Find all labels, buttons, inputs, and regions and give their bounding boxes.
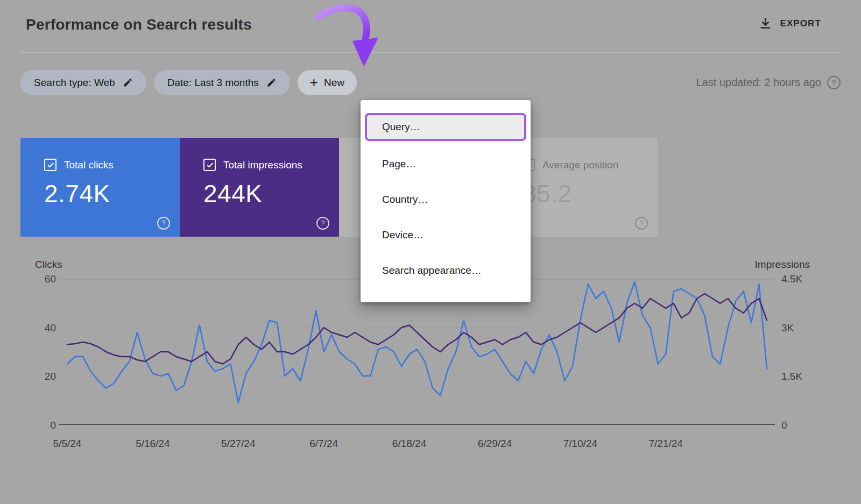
metric-value: 35.2 [523, 179, 647, 208]
search-type-filter-chip[interactable]: Search type: Web [20, 70, 146, 95]
x-tick-label: 6/18/24 [392, 438, 426, 450]
metric-label: Total clicks [64, 159, 114, 171]
metric-card-total-impressions[interactable]: Total impressions 244K ? [180, 138, 339, 237]
y-tick-label: 4.5K [781, 273, 802, 285]
plus-icon: + [310, 75, 318, 89]
y-tick-label: 60 [20, 273, 56, 285]
download-icon [759, 17, 772, 30]
left-axis-title: Clicks [35, 259, 62, 271]
last-updated: Last updated: 2 hours ago ? [696, 76, 841, 89]
metric-card-total-clicks[interactable]: Total clicks 2.74K ? [20, 138, 180, 237]
new-filter-menu: Query… Page… Country… Device… Search app… [361, 100, 531, 302]
x-tick-label: 6/7/24 [309, 438, 338, 450]
question-circle-icon[interactable]: ? [157, 217, 170, 230]
export-button[interactable]: EXPORT [756, 16, 824, 31]
checked-checkbox-icon[interactable] [203, 159, 216, 171]
menu-item-label: Country… [382, 194, 428, 205]
x-tick-label: 5/27/24 [221, 438, 255, 450]
metric-value: 244K [203, 179, 328, 208]
metric-label: Average position [542, 159, 618, 171]
pencil-icon [266, 77, 277, 88]
x-tick-label: 7/10/24 [563, 438, 597, 450]
checked-checkbox-icon[interactable] [44, 159, 57, 171]
question-circle-icon[interactable]: ? [827, 76, 841, 89]
menu-item-country[interactable]: Country… [361, 182, 531, 217]
menu-item-query[interactable]: Query… [365, 113, 526, 141]
search-console-performance-page: Performance on Search results EXPORT Sea… [0, 0, 861, 504]
y-tick-label: 1.5K [781, 371, 802, 382]
y-tick-label: 40 [20, 322, 56, 334]
menu-item-label: Page… [382, 158, 416, 170]
header-divider [20, 52, 841, 53]
filter-bar: Search type: Web Date: Last 3 months + N… [20, 70, 357, 95]
metric-value: 2.74K [44, 179, 169, 208]
export-label: EXPORT [780, 18, 821, 29]
pencil-icon [123, 77, 133, 88]
x-tick-label: 5/5/24 [53, 438, 82, 450]
menu-item-label: Query… [382, 121, 420, 133]
menu-item-device[interactable]: Device… [361, 217, 531, 253]
x-tick-label: 5/16/24 [136, 438, 170, 450]
y-tick-label: 20 [20, 371, 56, 382]
y-tick-label: 3K [781, 322, 794, 334]
question-circle-icon[interactable]: ? [635, 217, 648, 230]
x-tick-label: 7/21/24 [649, 438, 683, 450]
menu-item-search-appearance[interactable]: Search appearance… [361, 253, 531, 288]
curved-arrow-icon [293, 0, 401, 75]
date-filter-chip[interactable]: Date: Last 3 months [154, 70, 290, 95]
y-tick-label: 0 [20, 420, 56, 431]
date-filter-label: Date: Last 3 months [167, 77, 259, 89]
search-type-label: Search type: Web [34, 77, 115, 89]
menu-item-label: Search appearance… [382, 265, 482, 276]
y-tick-label: 0 [781, 420, 787, 431]
x-tick-label: 6/29/24 [478, 438, 512, 450]
metric-cards: Total clicks 2.74K ? Total impressions 2… [20, 138, 658, 237]
menu-item-page[interactable]: Page… [361, 146, 531, 182]
metric-label: Total impressions [223, 159, 302, 171]
menu-item-label: Device… [382, 229, 424, 241]
question-circle-icon[interactable]: ? [316, 217, 329, 230]
last-updated-text: Last updated: 2 hours ago [696, 76, 821, 89]
page-title: Performance on Search results [26, 16, 252, 33]
right-axis-title: Impressions [755, 259, 810, 271]
x-axis-labels: 5/5/24 5/16/24 5/27/24 6/7/24 6/18/24 6/… [59, 438, 775, 452]
new-filter-label: New [324, 77, 344, 89]
new-filter-button[interactable]: + New [298, 70, 357, 95]
